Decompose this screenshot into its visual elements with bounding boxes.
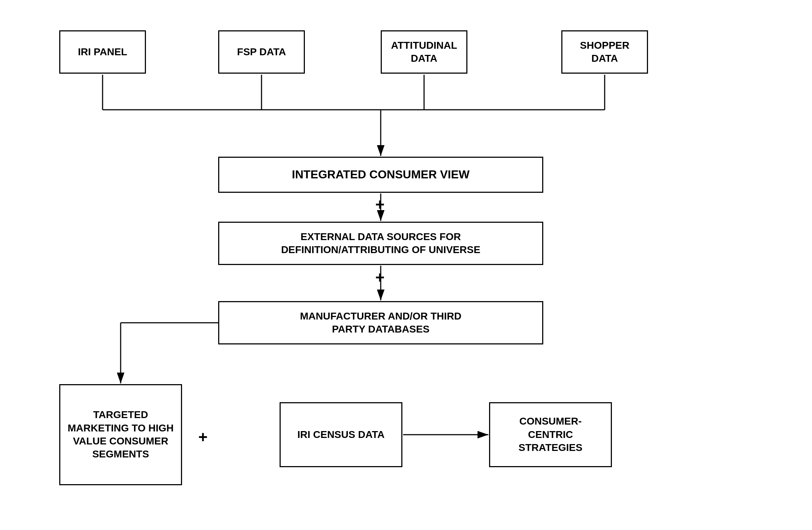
shopper-data-box: SHOPPERDATA	[561, 30, 648, 74]
attitudinal-data-box: ATTITUDINALDATA	[381, 30, 467, 74]
plus-sign-3: +	[198, 428, 208, 446]
iri-panel-label: IRI PANEL	[78, 45, 127, 58]
fsp-data-box: FSP DATA	[218, 30, 305, 74]
plus-sign-2: +	[375, 269, 385, 287]
manufacturer-databases-label: MANUFACTURER AND/OR THIRDPARTY DATABASES	[300, 310, 462, 336]
targeted-marketing-box: TARGETEDMARKETING TO HIGHVALUE CONSUMERS…	[59, 384, 182, 485]
plus-sign-1: +	[375, 196, 385, 214]
iri-census-data-label: IRI CENSUS DATA	[297, 428, 385, 441]
consumer-centric-strategies-label: CONSUMER-CENTRICSTRATEGIES	[497, 415, 604, 454]
fsp-data-label: FSP DATA	[237, 45, 286, 58]
targeted-marketing-label: TARGETEDMARKETING TO HIGHVALUE CONSUMERS…	[68, 408, 173, 461]
external-data-sources-box: EXTERNAL DATA SOURCES FORDEFINITION/ATTR…	[218, 222, 543, 265]
integrated-consumer-view-label: INTEGRATED CONSUMER VIEW	[292, 167, 470, 182]
diagram: IRI PANEL FSP DATA ATTITUDINALDATA SHOPP…	[27, 16, 785, 514]
integrated-consumer-view-box: INTEGRATED CONSUMER VIEW	[218, 157, 543, 193]
attitudinal-data-label: ATTITUDINALDATA	[391, 39, 457, 65]
iri-census-data-box: IRI CENSUS DATA	[280, 402, 402, 467]
manufacturer-databases-box: MANUFACTURER AND/OR THIRDPARTY DATABASES	[218, 301, 543, 344]
external-data-sources-label: EXTERNAL DATA SOURCES FORDEFINITION/ATTR…	[281, 230, 480, 257]
shopper-data-label: SHOPPERDATA	[580, 39, 630, 65]
consumer-centric-strategies-box: CONSUMER-CENTRICSTRATEGIES	[489, 402, 612, 467]
iri-panel-box: IRI PANEL	[59, 30, 146, 74]
